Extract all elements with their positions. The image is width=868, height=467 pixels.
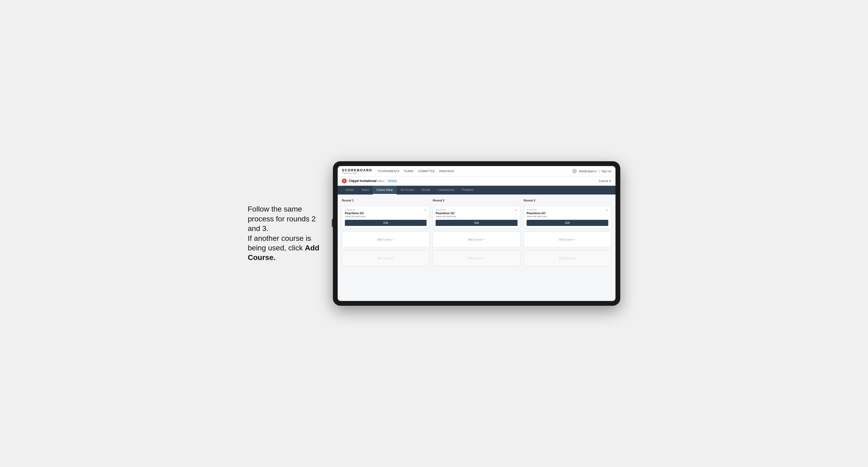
instruction-text: Follow the same process for rounds 2 and… — [248, 205, 319, 261]
nav-rankings[interactable]: RANKINGS — [439, 170, 454, 173]
brand-name: SCOREBOARD — [342, 168, 372, 172]
round-2-plus-icon-2: + — [483, 256, 485, 260]
round-3-plus-icon-1: + — [574, 238, 576, 241]
tablet-screen: SCOREBOARD Powered by clippd TOURNAMENTS… — [338, 166, 616, 301]
clippd-logo: C — [342, 179, 347, 183]
tab-printables[interactable]: Printables — [458, 186, 477, 194]
hosting-badge: Hosting — [386, 179, 398, 183]
round-1-add-course-1[interactable]: Add Course + — [342, 231, 430, 247]
user-email: blair@clippd.io — [579, 170, 597, 173]
round-1-title: Round 1 — [342, 199, 430, 202]
round-1-add-course-2[interactable]: Add Course + — [342, 250, 430, 266]
tab-details[interactable]: Details — [342, 186, 358, 194]
round-1-plus-icon-2: + — [393, 256, 394, 260]
round-2-add-course-2[interactable]: Add Course + — [433, 250, 520, 266]
tab-leaderboards[interactable]: Leaderboards — [434, 186, 458, 194]
sign-out-separator: | — [599, 170, 599, 173]
round-2-course-details: Yellow (M) (6629 yds) — [436, 215, 517, 218]
round-1-course-details: Yellow (M) (6629 yds) — [345, 215, 427, 218]
gender-badge: (Men) — [377, 180, 384, 183]
round-2-column: Round 2 ⊙ (Course A) Peachtree GC Yellow… — [433, 199, 520, 266]
user-avatar — [572, 169, 577, 174]
brand-sub: Powered by clippd — [342, 172, 372, 174]
round-2-title: Round 2 — [433, 199, 520, 202]
main-content: Round 1 ⊙ (Course A) Peachtree GC Yellow… — [338, 194, 616, 301]
rounds-grid: Round 1 ⊙ (Course A) Peachtree GC Yellow… — [342, 199, 611, 266]
round-3-course-card: ⊙ (Course A) Peachtree GC Yellow (M) (66… — [524, 206, 611, 229]
round-2-course-tag: (Course A) — [436, 209, 517, 211]
round-1-column: Round 1 ⊙ (Course A) Peachtree GC Yellow… — [342, 199, 430, 266]
round-3-add-course-label-1: Add Course — [559, 238, 573, 241]
nav-tournaments[interactable]: TOURNAMENTS — [378, 170, 400, 173]
page-wrapper: Follow the same process for rounds 2 and… — [248, 161, 620, 306]
tab-bar: Details Teams Course Setup Tee Groups Re… — [338, 186, 616, 194]
round-3-add-course-1[interactable]: Add Course + — [524, 231, 611, 247]
cancel-button[interactable]: Cancel ✕ — [599, 179, 611, 183]
round-3-course-details: Yellow (M) (6629 yds) — [527, 215, 608, 218]
round-1-course-tag: (Course A) — [345, 209, 427, 211]
tab-teams[interactable]: Teams — [358, 186, 373, 194]
nav-right: blair@clippd.io | Sign out — [572, 169, 611, 174]
round-3-add-course-2[interactable]: Add Course + — [524, 250, 611, 266]
round-2-add-course-1[interactable]: Add Course + — [433, 231, 520, 247]
round-3-course-tag: (Course A) — [527, 209, 608, 211]
round-1-add-course-label-1: Add Course — [377, 238, 392, 241]
round-3-plus-icon-2: + — [574, 256, 576, 260]
round-2-add-course-label-1: Add Course — [468, 238, 482, 241]
sub-header: C Clippd Invitational (Men) Hosting Canc… — [338, 177, 616, 186]
nav-teams[interactable]: TEAMS — [404, 170, 413, 173]
instruction-panel: Follow the same process for rounds 2 and… — [248, 205, 322, 262]
nav-committee[interactable]: COMMITTEE — [418, 170, 435, 173]
tablet-side-button — [332, 219, 333, 227]
round-1-edit-button[interactable]: Edit — [345, 220, 427, 226]
round-3-edit-button[interactable]: Edit — [527, 220, 608, 226]
round-1-course-name: Peachtree GC — [345, 212, 427, 215]
nav-left: SCOREBOARD Powered by clippd TOURNAMENTS… — [342, 168, 454, 174]
round-1-delete-icon[interactable]: ⊙ — [423, 208, 427, 212]
tablet-device: SCOREBOARD Powered by clippd TOURNAMENTS… — [333, 161, 620, 306]
round-1-course-card: ⊙ (Course A) Peachtree GC Yellow (M) (66… — [342, 206, 430, 229]
top-navigation: SCOREBOARD Powered by clippd TOURNAMENTS… — [338, 166, 616, 177]
round-2-plus-icon-1: + — [483, 238, 485, 241]
tab-tee-groups[interactable]: Tee Groups — [397, 186, 418, 194]
round-3-title: Round 3 — [524, 199, 611, 202]
round-2-delete-icon[interactable]: ⊙ — [514, 208, 518, 212]
nav-brand: SCOREBOARD Powered by clippd — [342, 168, 372, 174]
instruction-bold: Add Course. — [248, 244, 319, 261]
round-3-add-course-label-2: Add Course — [559, 257, 573, 260]
tab-results[interactable]: Results — [418, 186, 434, 194]
sign-out-link[interactable]: Sign out — [601, 170, 611, 173]
round-2-course-name: Peachtree GC — [436, 212, 517, 215]
round-3-delete-icon[interactable]: ⊙ — [605, 208, 609, 212]
nav-links: TOURNAMENTS TEAMS COMMITTEE RANKINGS — [378, 170, 454, 173]
round-1-plus-icon-1: + — [393, 238, 394, 241]
tab-course-setup[interactable]: Course Setup — [373, 186, 397, 194]
round-3-column: Round 3 ⊙ (Course A) Peachtree GC Yellow… — [524, 199, 611, 266]
round-2-add-course-label-2: Add Course — [468, 257, 482, 260]
round-2-course-card: ⊙ (Course A) Peachtree GC Yellow (M) (66… — [433, 206, 520, 229]
sub-header-left: C Clippd Invitational (Men) Hosting — [342, 179, 398, 183]
round-1-add-course-label-2: Add Course — [377, 257, 392, 260]
tournament-name: Clippd Invitational (Men) — [349, 179, 384, 183]
round-2-edit-button[interactable]: Edit — [436, 220, 517, 226]
round-3-course-name: Peachtree GC — [527, 212, 608, 215]
